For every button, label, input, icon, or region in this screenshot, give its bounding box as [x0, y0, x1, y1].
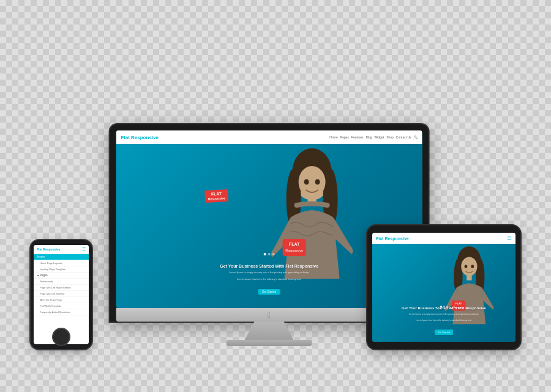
svg-point-6: [315, 179, 320, 185]
hero-subtitle-2: Lorem Ipsum has been the industry's stan…: [147, 277, 392, 281]
phone-device: Flat Responsive ☰ Home Home Page Layouts…: [31, 240, 92, 349]
phone-hamburger-icon[interactable]: ☰: [82, 247, 86, 252]
phone-menu-home[interactable]: Home: [34, 254, 89, 260]
flat-badge: FLAT Responsive: [204, 189, 228, 203]
svg-point-15: [464, 265, 467, 268]
phone-home-button[interactable]: [52, 328, 70, 346]
monitor-stand: [245, 322, 294, 340]
phone-menu-left-right[interactable]: Page with Left Right Sidebar: [34, 285, 89, 291]
logo-plain: Flat: [121, 135, 131, 140]
hamburger-icon[interactable]: ☰: [507, 235, 512, 241]
tablet-nav: Flat Responsive ☰: [372, 233, 515, 244]
desktop-logo: Flat Responsive: [121, 135, 159, 140]
tablet-hero-text: Get Your Business Started With Flat Resp…: [380, 306, 509, 336]
phone-menu-pages[interactable]: ● Pages: [34, 273, 89, 279]
hero-title: Get Your Business Started With Flat Resp…: [147, 263, 392, 269]
svg-point-5: [304, 179, 309, 185]
svg-rect-20: [467, 275, 471, 281]
tablet-hero-subtitle-2: Lorem Ipsum has been the industry's stan…: [380, 319, 509, 322]
apple-logo: : [268, 310, 271, 320]
monitor-base: [227, 340, 312, 346]
dot-2: [268, 253, 271, 255]
tablet-body: Flat Responsive ☰: [367, 225, 520, 349]
phone-menu-home-layouts[interactable]: Home Page Layouts: [34, 260, 89, 266]
tablet-screen: Flat Responsive ☰: [372, 233, 515, 342]
phone-menu-team[interactable]: Meet the Team Page: [34, 297, 89, 303]
desktop-nav-links: Home Pages Features Blog Widget Shop Con…: [329, 135, 417, 139]
tablet-hero-title: Get Your Business Started With Flat Resp…: [380, 306, 509, 311]
svg-text:FLAT: FLAT: [289, 242, 300, 246]
tablet-hero-subtitle-1: Lorem Ipsum is simply dummy text of the …: [380, 313, 509, 316]
hero-cta-button[interactable]: Get Started: [258, 289, 280, 295]
phone-menu-landing[interactable]: Landing Page Template: [34, 266, 89, 273]
dot-1: [264, 253, 266, 255]
desktop-nav: Flat Responsive Home Pages Features Blog…: [116, 130, 422, 144]
tablet-cta-button[interactable]: Get Started: [435, 330, 453, 335]
tablet-website: Flat Responsive ☰: [372, 233, 515, 342]
svg-point-16: [471, 265, 474, 268]
svg-point-14: [461, 257, 477, 276]
tablet-logo: Flat Responsive: [376, 236, 409, 241]
hero-subtitle-1: Lorem Ipsum is simply dummy text of the …: [147, 271, 392, 274]
phone-menu-fullwidth[interactable]: Full Width Template: [34, 303, 89, 309]
phone-menu-left[interactable]: Page with Left Sidebar: [34, 291, 89, 297]
svg-text:Responsive: Responsive: [285, 249, 303, 252]
tablet-hero: FLAT Responsive Get Your Business Starte…: [372, 244, 515, 342]
phone-menu-faq[interactable]: Frequently Asked Questions: [34, 309, 89, 315]
hero-text: Get Your Business Started With Flat Resp…: [147, 263, 392, 295]
logo-colored: Responsive: [131, 135, 159, 140]
phone-sidebar-header: Flat Responsive ☰: [34, 245, 89, 254]
phone-logo: Flat Responsive: [37, 247, 60, 251]
tablet-device: Flat Responsive ☰: [367, 225, 520, 349]
svg-point-4: [299, 166, 326, 198]
main-scene: Flat Responsive Home Pages Features Blog…: [12, 9, 539, 383]
svg-text:FLAT: FLAT: [455, 302, 462, 305]
dot-3: [272, 253, 275, 255]
phone-menu-testimonials[interactable]: Testimonials: [34, 279, 89, 285]
